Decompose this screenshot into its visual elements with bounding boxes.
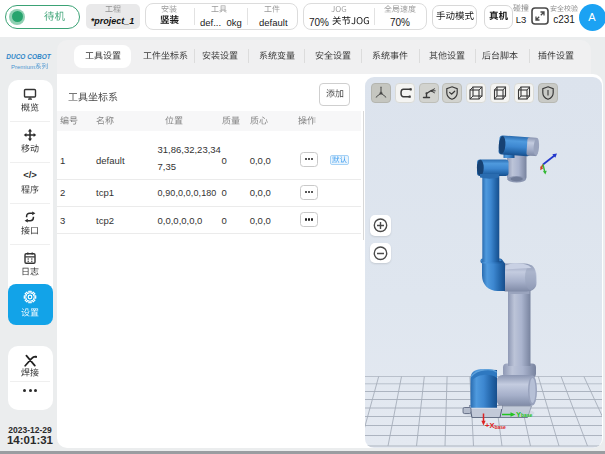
- svg-text:base: base: [494, 424, 506, 430]
- svg-text:base: base: [521, 412, 533, 418]
- svg-text:+X: +X: [485, 421, 494, 430]
